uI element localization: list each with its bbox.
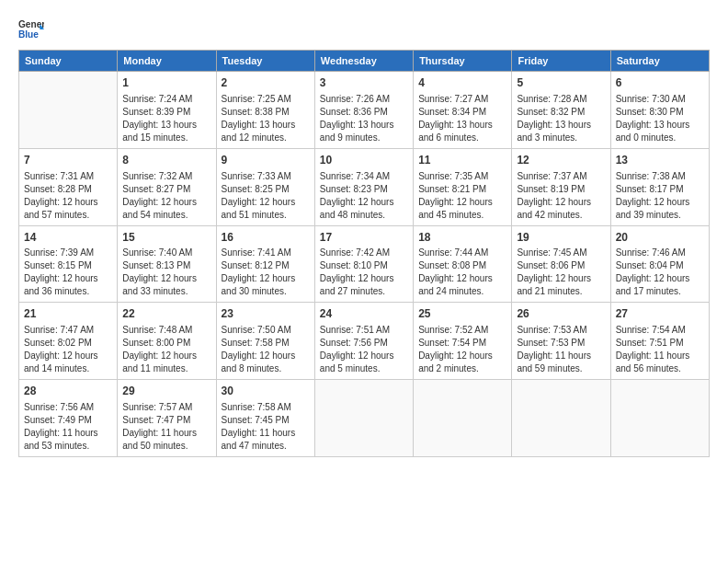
day-info: Daylight: 11 hours [24,427,112,440]
day-number: 1 [122,75,210,91]
header-cell-saturday: Saturday [610,51,709,72]
day-number: 27 [616,306,704,322]
day-cell: 21Sunrise: 7:47 AMSunset: 8:02 PMDayligh… [19,303,118,380]
day-number: 7 [24,153,112,168]
day-info: Sunrise: 7:44 AM [418,247,506,259]
day-cell: 11Sunrise: 7:35 AMSunset: 8:21 PMDayligh… [414,148,512,225]
day-cell: 5Sunrise: 7:28 AMSunset: 8:32 PMDaylight… [512,72,610,149]
day-info: Daylight: 13 hours [517,119,605,132]
day-info: Sunset: 8:13 PM [122,259,210,272]
day-info: Sunrise: 7:25 AM [222,93,310,106]
day-number: 22 [122,306,210,322]
day-info: Sunrise: 7:35 AM [418,170,506,183]
day-info: Sunset: 8:27 PM [122,183,210,196]
day-number: 29 [122,384,210,399]
day-cell: 19Sunrise: 7:45 AMSunset: 8:06 PMDayligh… [512,225,610,303]
day-info: Daylight: 12 hours [517,272,605,285]
day-cell: 20Sunrise: 7:46 AMSunset: 8:04 PMDayligh… [610,225,709,303]
day-info: Sunset: 8:30 PM [616,106,704,119]
day-info: Daylight: 12 hours [320,272,408,285]
day-info: Sunrise: 7:41 AM [222,247,310,259]
day-info: Sunset: 8:12 PM [222,259,310,272]
day-info: Sunrise: 7:48 AM [122,324,210,337]
day-info: Daylight: 13 hours [122,119,210,132]
day-info: Daylight: 12 hours [24,350,112,362]
day-info: and 53 minutes. [24,440,112,453]
day-info: Sunrise: 7:27 AM [418,93,506,106]
day-info: and 6 minutes. [418,132,506,144]
day-number: 20 [616,230,704,246]
day-info: Sunset: 8:21 PM [418,183,506,196]
day-info: Daylight: 12 hours [222,350,310,362]
day-info: Daylight: 12 hours [122,272,210,285]
day-number: 8 [122,153,210,168]
day-number: 4 [418,75,506,91]
day-info: Daylight: 12 hours [517,196,605,209]
day-info: Daylight: 11 hours [616,350,704,362]
day-number: 10 [320,153,408,168]
day-number: 19 [517,230,605,246]
day-number: 28 [24,384,112,399]
day-info: Sunset: 8:28 PM [24,183,112,196]
day-info: and 11 minutes. [122,362,210,375]
day-cell: 16Sunrise: 7:41 AMSunset: 8:12 PMDayligh… [216,225,314,303]
day-cell [610,380,709,457]
day-info: Sunrise: 7:51 AM [320,324,408,337]
day-info: Sunrise: 7:37 AM [517,170,605,183]
day-cell: 28Sunrise: 7:56 AMSunset: 7:49 PMDayligh… [19,380,118,457]
day-cell: 14Sunrise: 7:39 AMSunset: 8:15 PMDayligh… [19,225,118,303]
day-info: Sunrise: 7:40 AM [122,247,210,259]
day-info: and 2 minutes. [418,362,506,375]
calendar-header: SundayMondayTuesdayWednesdayThursdayFrid… [19,51,710,72]
day-info: Sunset: 7:56 PM [320,337,408,350]
day-info: Sunset: 8:15 PM [24,259,112,272]
day-info: Sunrise: 7:39 AM [24,247,112,259]
day-cell: 10Sunrise: 7:34 AMSunset: 8:23 PMDayligh… [314,148,413,225]
day-cell: 15Sunrise: 7:40 AMSunset: 8:13 PMDayligh… [118,225,216,303]
day-info: Sunrise: 7:53 AM [517,324,605,337]
day-info: Sunset: 8:38 PM [222,106,310,119]
day-cell: 7Sunrise: 7:31 AMSunset: 8:28 PMDaylight… [19,148,118,225]
day-info: and 51 minutes. [222,209,310,222]
day-info: Sunset: 8:25 PM [222,183,310,196]
day-info: and 47 minutes. [222,440,310,453]
day-info: Daylight: 13 hours [418,119,506,132]
day-number: 11 [418,153,506,168]
day-info: Daylight: 12 hours [122,350,210,362]
day-info: and 57 minutes. [24,209,112,222]
day-cell: 22Sunrise: 7:48 AMSunset: 8:00 PMDayligh… [118,303,216,380]
day-info: Sunrise: 7:42 AM [320,247,408,259]
week-row-4: 28Sunrise: 7:56 AMSunset: 7:49 PMDayligh… [19,380,710,457]
day-number: 9 [222,153,310,168]
day-info: Daylight: 12 hours [320,196,408,209]
day-info: Sunset: 8:32 PM [517,106,605,119]
day-info: and 17 minutes. [616,285,704,298]
day-info: Sunset: 8:39 PM [122,106,210,119]
header-cell-thursday: Thursday [414,51,512,72]
day-number: 18 [418,230,506,246]
day-cell: 29Sunrise: 7:57 AMSunset: 7:47 PMDayligh… [118,380,216,457]
day-info: Daylight: 12 hours [418,350,506,362]
day-cell: 25Sunrise: 7:52 AMSunset: 7:54 PMDayligh… [414,303,512,380]
day-number: 16 [222,230,310,246]
day-info: Sunrise: 7:58 AM [222,401,310,414]
day-cell: 18Sunrise: 7:44 AMSunset: 8:08 PMDayligh… [414,225,512,303]
day-cell [314,380,413,457]
day-info: and 54 minutes. [122,209,210,222]
day-info: Sunset: 7:49 PM [24,414,112,427]
day-info: and 12 minutes. [222,132,310,144]
day-cell: 1Sunrise: 7:24 AMSunset: 8:39 PMDaylight… [118,72,216,149]
day-info: and 30 minutes. [222,285,310,298]
day-cell: 23Sunrise: 7:50 AMSunset: 7:58 PMDayligh… [216,303,314,380]
day-info: Daylight: 12 hours [616,272,704,285]
day-info: and 56 minutes. [616,362,704,375]
day-number: 23 [222,306,310,322]
day-info: Sunrise: 7:38 AM [616,170,704,183]
day-cell: 13Sunrise: 7:38 AMSunset: 8:17 PMDayligh… [610,148,709,225]
day-info: and 0 minutes. [616,132,704,144]
day-info: Sunrise: 7:32 AM [122,170,210,183]
day-info: and 36 minutes. [24,285,112,298]
day-number: 30 [222,384,310,399]
day-info: and 27 minutes. [320,285,408,298]
day-info: Daylight: 12 hours [616,196,704,209]
